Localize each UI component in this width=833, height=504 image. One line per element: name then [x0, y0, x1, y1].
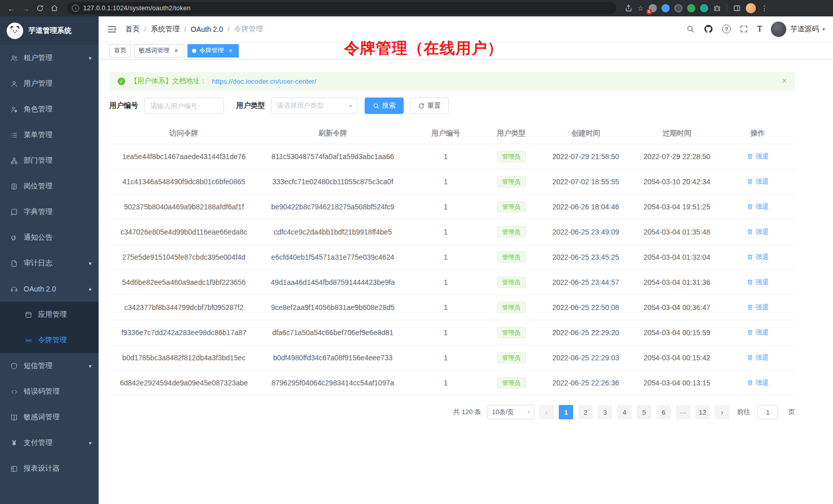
force-logout-label: 强退 — [755, 328, 769, 337]
cell-user-id: 1 — [407, 195, 484, 220]
sidebar-item-tenant[interactable]: 租户管理 ▾ — [0, 45, 99, 71]
page-button-5[interactable]: 5 — [637, 405, 651, 419]
table-row: f9336e7c7dd242a283ee98dc86b17a87 dfa6c71… — [109, 320, 795, 345]
search-icon[interactable] — [686, 25, 695, 33]
cell-actions: 强退 — [721, 295, 795, 320]
sidebar-item-oauth[interactable]: OAuth 2.0 ▾ — [0, 276, 99, 302]
browser-menu-icon[interactable]: ⋮ — [761, 4, 769, 12]
page-button-1[interactable]: 1 — [559, 405, 573, 419]
force-logout-button[interactable]: 强退 — [747, 303, 769, 312]
user-id-input[interactable] — [144, 98, 224, 114]
sidebar-item-dept[interactable]: 部门管理 — [0, 148, 99, 173]
extension-icon-5[interactable] — [700, 4, 708, 12]
address-bar[interactable]: i 127.0.0.1:1024/system/oauth2/token — [67, 2, 616, 14]
reset-button[interactable]: 重置 — [410, 98, 449, 114]
browser-profile-avatar[interactable] — [746, 3, 756, 13]
page-ellipsis[interactable]: ··· — [676, 405, 690, 419]
page-button-12[interactable]: 12 — [695, 405, 710, 419]
site-info-icon[interactable]: i — [72, 5, 79, 12]
breadcrumb-home[interactable]: 首页 — [125, 25, 140, 34]
cell-expires-at: 2054-03-04 01:32:04 — [633, 245, 721, 270]
sidebar-item-audit-log[interactable]: 审计日志 ▾ — [0, 250, 99, 276]
page-button-3[interactable]: 3 — [598, 405, 612, 419]
force-logout-button[interactable]: 强退 — [747, 378, 769, 387]
trash-icon — [747, 329, 753, 336]
cell-access-token: 41c41346a548490f9dc8b01c6bfe0865 — [109, 169, 258, 195]
sidebar-item-sms[interactable]: 短信管理 ▾ — [0, 353, 99, 379]
sidebar-item-post[interactable]: 岗位管理 — [0, 173, 99, 199]
force-logout-button[interactable]: 强退 — [747, 202, 769, 211]
app-logo[interactable]: 芋道管理系统 — [0, 16, 99, 45]
sidebar-item-dict[interactable]: 字典管理 — [0, 199, 99, 225]
headset-icon — [10, 285, 18, 293]
cell-created-at: 2022-06-25 22:50:08 — [538, 295, 633, 320]
tab-token[interactable]: 令牌管理 × — [187, 44, 239, 57]
font-size-icon[interactable]: T — [757, 24, 762, 34]
sidebar: 芋道管理系统 租户管理 ▾ 用户管理 角色管理 菜单管理 部门管理 — [0, 16, 99, 504]
force-logout-button[interactable]: 强退 — [747, 177, 769, 186]
sidebar-item-notice[interactable]: 通知公告 — [0, 225, 99, 250]
tab-home[interactable]: 首页 — [109, 44, 131, 57]
prev-page-button[interactable]: ‹ — [539, 405, 554, 419]
doc-link[interactable]: https://doc.iocoder.cn/user-center/ — [212, 77, 316, 85]
extension-icon-4[interactable] — [687, 4, 695, 12]
collapse-sidebar-icon[interactable] — [107, 24, 117, 34]
force-logout-button[interactable]: 强退 — [747, 227, 769, 237]
users-icon — [10, 54, 18, 62]
help-icon[interactable]: ? — [722, 25, 731, 33]
split-screen-icon[interactable] — [733, 4, 741, 12]
breadcrumb-oauth[interactable]: OAuth 2.0 — [191, 25, 223, 33]
table-row: c342377bf8b344799dcbf7bf095287f2 9ce8ef2… — [109, 295, 795, 320]
sidebar-item-pay[interactable]: ¥ 支付管理 ▾ — [0, 430, 99, 456]
org-tree-icon — [10, 157, 18, 165]
home-icon[interactable] — [48, 2, 61, 14]
shield-icon — [10, 362, 18, 370]
cell-refresh-token: e6cfd40eb1f54571a31e775e039c4624 — [258, 245, 407, 270]
sidebar-item-sensitive-word[interactable]: 敏感词管理 — [0, 404, 99, 430]
sidebar-item-user[interactable]: 用户管理 — [0, 71, 99, 96]
extension-icon-3[interactable] — [674, 4, 683, 12]
search-button[interactable]: 搜索 — [365, 98, 404, 114]
force-logout-button[interactable]: 强退 — [747, 328, 769, 337]
next-page-button[interactable]: › — [714, 405, 730, 419]
breadcrumb-system[interactable]: 系统管理 — [151, 25, 180, 34]
sidebar-item-oauth-token[interactable]: 令牌管理 — [0, 327, 99, 353]
page-button-2[interactable]: 2 — [578, 405, 593, 419]
sidebar-item-oauth-app[interactable]: 应用管理 — [0, 302, 99, 327]
share-icon[interactable] — [624, 4, 633, 12]
close-icon[interactable]: × — [173, 47, 180, 54]
force-logout-button[interactable]: 强退 — [747, 353, 769, 362]
back-icon[interactable]: ← — [5, 2, 17, 14]
user-type-select[interactable]: 请选择用户类型 ▾ — [271, 98, 357, 114]
sidebar-item-report-designer[interactable]: 报表设计器 — [0, 456, 99, 481]
github-icon[interactable] — [704, 24, 713, 34]
tab-sensitive-word[interactable]: 敏感词管理 × — [134, 44, 184, 57]
reload-icon[interactable] — [34, 2, 46, 14]
force-logout-label: 强退 — [755, 278, 769, 287]
extension-icon-1[interactable]: 6 — [649, 4, 657, 12]
extension-icon-2[interactable] — [661, 4, 670, 12]
sidebar-item-label: 部门管理 — [24, 156, 52, 165]
sidebar-item-role[interactable]: 角色管理 — [0, 96, 99, 122]
page-button-6[interactable]: 6 — [656, 405, 671, 419]
forward-icon[interactable]: → — [20, 2, 32, 14]
goto-page-input[interactable] — [758, 405, 778, 419]
close-icon[interactable]: × — [227, 47, 234, 54]
extensions-puzzle-icon[interactable] — [713, 4, 721, 12]
fullscreen-icon[interactable] — [740, 25, 748, 33]
page-button-4[interactable]: 4 — [617, 405, 632, 419]
breadcrumb: 首页 / 系统管理 / OAuth 2.0 / 令牌管理 — [125, 25, 263, 34]
sidebar-item-error-code[interactable]: 错误码管理 — [0, 379, 99, 404]
force-logout-button[interactable]: 强退 — [747, 253, 769, 262]
chevron-down-icon: ▾ — [89, 363, 92, 369]
alert-close-icon[interactable]: × — [782, 76, 787, 86]
force-logout-button[interactable]: 强退 — [747, 152, 769, 161]
bookmark-star-icon[interactable]: ☆ — [637, 4, 644, 12]
force-logout-button[interactable]: 强退 — [747, 278, 769, 287]
toolbar-divider — [727, 4, 727, 12]
sidebar-item-menu[interactable]: 菜单管理 — [0, 122, 99, 148]
sidebar-item-label: 敏感词管理 — [24, 413, 60, 422]
page-size-value: 10条/页 — [492, 408, 514, 417]
page-size-select[interactable]: 10条/页 ▾ — [487, 405, 535, 419]
user-menu[interactable]: 芋道源码 ▾ — [771, 22, 825, 37]
